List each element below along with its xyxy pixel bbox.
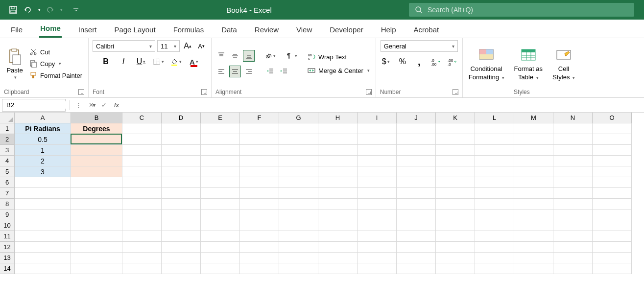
cell[interactable] [514,123,553,134]
orientation-button[interactable]: ab▾ [264,50,276,62]
cell[interactable] [553,177,593,188]
cell[interactable] [71,231,122,242]
cell[interactable] [201,253,240,263]
cell[interactable] [436,231,475,242]
tab-help[interactable]: Help [380,22,397,38]
cell[interactable] [318,199,358,209]
cell[interactable] [553,253,593,263]
cell[interactable] [162,134,201,145]
cell[interactable] [279,177,318,188]
cell[interactable] [162,156,201,166]
tab-insert[interactable]: Insert [77,22,98,38]
font-name-input[interactable] [93,41,147,51]
italic-button[interactable]: I [118,56,129,68]
cell[interactable] [240,242,279,253]
cell[interactable] [122,253,162,263]
col-header[interactable]: G [279,113,318,123]
align-bottom-button[interactable] [243,50,255,62]
cell[interactable] [15,177,71,188]
cell[interactable] [201,145,240,156]
cell[interactable] [240,166,279,177]
cell[interactable] [162,177,201,188]
row-header[interactable]: 6 [0,177,15,188]
save-icon[interactable] [8,4,19,15]
cell[interactable] [71,134,122,145]
cell[interactable] [162,220,201,231]
cell[interactable] [397,253,436,263]
cell[interactable] [397,263,436,274]
cell[interactable] [162,263,201,274]
cell[interactable] [397,156,436,166]
cell[interactable] [162,188,201,199]
chevron-down-icon[interactable]: ▾ [450,44,457,49]
cell[interactable] [514,253,553,263]
cell[interactable] [201,177,240,188]
cell[interactable] [358,263,397,274]
cell[interactable] [553,188,593,199]
redo-icon[interactable] [45,4,55,15]
merge-center-button[interactable]: Merge & Center ▾ [306,66,372,75]
cell[interactable] [514,263,553,274]
cancel-icon[interactable]: ✕ [85,99,97,112]
row-header[interactable]: 4 [0,156,15,166]
cell[interactable] [436,263,475,274]
cell[interactable] [358,188,397,199]
fill-color-button[interactable]: ▾ [170,56,182,68]
cell[interactable] [397,209,436,220]
cell[interactable] [201,156,240,166]
col-header[interactable]: H [318,113,358,123]
cell[interactable] [514,199,553,209]
cell[interactable] [201,166,240,177]
cell[interactable] [318,263,358,274]
cell[interactable] [553,263,593,274]
cell[interactable] [201,220,240,231]
cell[interactable] [318,177,358,188]
row-header[interactable]: 12 [0,242,15,253]
col-header[interactable]: B [71,113,122,123]
cell[interactable] [240,123,279,134]
cell[interactable] [122,199,162,209]
cell[interactable] [15,188,71,199]
cell[interactable] [593,209,632,220]
alignment-launcher-icon[interactable] [366,89,372,95]
cell[interactable] [122,145,162,156]
cell[interactable] [436,199,475,209]
increase-decimal-button[interactable]: .0.00 [430,56,442,68]
cell[interactable] [240,177,279,188]
cell[interactable] [279,231,318,242]
row-header[interactable]: 3 [0,145,15,156]
cell[interactable] [71,220,122,231]
cell[interactable] [240,263,279,274]
cell[interactable] [553,145,593,156]
indent-decrease-button[interactable] [264,66,276,77]
cell[interactable]: 1 [15,145,71,156]
cell[interactable] [593,156,632,166]
cell[interactable] [358,134,397,145]
cell[interactable] [162,145,201,156]
tab-review[interactable]: Review [254,22,280,38]
cell[interactable] [279,242,318,253]
enter-icon[interactable]: ✓ [97,99,110,112]
cell[interactable] [436,123,475,134]
cell[interactable] [279,145,318,156]
align-right-button[interactable] [243,66,255,77]
cell[interactable] [475,263,514,274]
cell[interactable] [553,123,593,134]
cell[interactable] [436,253,475,263]
number-launcher-icon[interactable] [453,89,458,95]
cell[interactable] [553,220,593,231]
cell[interactable] [358,220,397,231]
cell[interactable] [553,231,593,242]
cell[interactable] [240,220,279,231]
search-input[interactable] [428,6,628,14]
cell[interactable] [475,177,514,188]
cell[interactable] [15,220,71,231]
cell[interactable] [397,134,436,145]
cell[interactable] [162,242,201,253]
clipboard-launcher-icon[interactable] [78,89,84,95]
cell[interactable] [279,253,318,263]
cell[interactable] [240,134,279,145]
align-top-button[interactable] [215,50,227,62]
cell[interactable] [593,145,632,156]
cell[interactable] [593,134,632,145]
